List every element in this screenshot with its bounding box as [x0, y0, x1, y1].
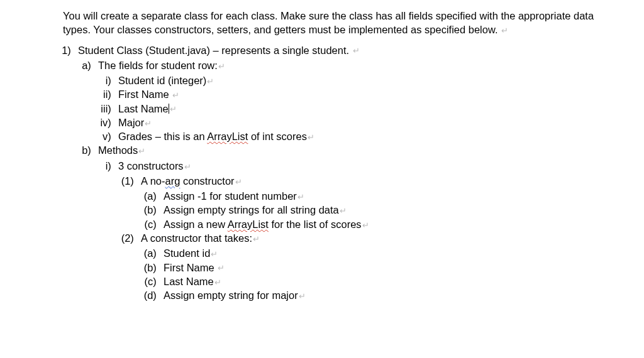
paragraph-mark-icon: ↵: [170, 104, 177, 114]
intro-text: You will create a separate class for eac…: [63, 10, 594, 35]
ctor1-b-text: Assign empty strings for all string data: [164, 204, 339, 215]
field-grades-word: ArrayList: [207, 131, 248, 142]
ctor1-b: Assign empty strings for all string data…: [162, 203, 628, 217]
item-1-student-class: Student Class (Student.java) – represent…: [77, 43, 628, 303]
field-first-name-text: First Name: [118, 89, 172, 100]
paragraph-mark-icon: ↵: [340, 206, 347, 215]
paragraph-mark-icon: ↵: [207, 77, 214, 86]
ctor-noarg-post: constructor: [180, 175, 234, 187]
ctor1-c-post: for the list of scores: [269, 219, 362, 230]
ctor-noarg-word: arg: [165, 175, 180, 187]
item-1a-label: The fields for student row:: [98, 60, 218, 71]
paragraph-mark-icon: ↵: [501, 26, 508, 35]
item-1b-label: Methods: [98, 144, 138, 156]
field-major-text: Major: [118, 117, 144, 128]
field-student-id: Student id (integer)↵: [117, 73, 628, 87]
paragraph-mark-icon: ↵: [235, 177, 242, 187]
paragraph-mark-icon: ↵: [145, 119, 152, 128]
field-first-name: First Name ↵: [117, 87, 628, 101]
item-1-text: Student Class (Student.java) – represent…: [78, 45, 352, 56]
fields-list: Student id (integer)↵ First Name ↵ Last …: [98, 73, 628, 143]
paragraph-mark-icon: ↵: [297, 192, 304, 202]
methods-list: 3 constructors↵ A no-arg constructor↵ As…: [98, 159, 628, 303]
ctor1-a-text: Assign -1 for student number: [164, 190, 297, 202]
paragraph-mark-icon: ↵: [362, 220, 369, 230]
paragraph-mark-icon: ↵: [138, 146, 145, 156]
ctor-params-label: A constructor that takes:: [141, 232, 252, 244]
paragraph-mark-icon: ↵: [353, 46, 360, 55]
intro-paragraph: You will create a separate class for eac…: [63, 9, 628, 37]
ctor-params-steps: Student id↵ First Name ↵ Last Name↵ Assi…: [141, 246, 628, 302]
field-last-name-text: Last Name: [118, 103, 169, 114]
paragraph-mark-icon: ↵: [211, 249, 218, 259]
field-major: Major↵: [117, 116, 628, 129]
document-page: You will create a separate class for eac…: [0, 0, 644, 302]
ctor2-d: Assign empty string for major↵: [162, 288, 628, 302]
paragraph-mark-icon: ↵: [218, 263, 225, 273]
paragraph-mark-icon: ↵: [184, 162, 191, 171]
ctor2-a-text: Student id: [164, 247, 210, 259]
ctor-noarg: A no-arg constructor↵ Assign -1 for stud…: [140, 174, 628, 231]
field-last-name: Last Name↵: [117, 102, 628, 116]
ctor2-b-text: First Name: [164, 262, 217, 273]
ctor-noarg-pre: A no-: [141, 175, 165, 187]
paragraph-mark-icon: ↵: [308, 133, 314, 142]
ctor-noarg-steps: Assign -1 for student number↵ Assign emp…: [141, 189, 628, 231]
ctor2-c-text: Last Name: [164, 276, 214, 287]
paragraph-mark-icon: ↵: [172, 90, 179, 100]
text-cursor-icon: [169, 104, 169, 114]
method-constructors: 3 constructors↵ A no-arg constructor↵ As…: [117, 159, 628, 303]
constructors-list: A no-arg constructor↵ Assign -1 for stud…: [118, 174, 628, 302]
item-1b-methods: Methods↵ 3 constructors↵ A no-arg constr…: [97, 143, 628, 302]
ctor1-c-word: ArrayList: [228, 219, 269, 230]
method-constructors-label: 3 constructors: [118, 160, 184, 171]
field-student-id-text: Student id (integer): [118, 75, 206, 86]
top-list: Student Class (Student.java) – represent…: [63, 43, 628, 303]
ctor2-d-text: Assign empty string for major: [164, 290, 298, 301]
paragraph-mark-icon: ↵: [214, 278, 221, 287]
paragraph-mark-icon: ↵: [299, 291, 306, 301]
paragraph-mark-icon: ↵: [253, 234, 260, 244]
ctor2-a: Student id↵: [162, 246, 628, 260]
ctor-params: A constructor that takes:↵ Student id↵ F…: [140, 231, 628, 302]
ctor2-b: First Name ↵: [162, 261, 628, 274]
field-grades-pre: Grades – this is an: [118, 131, 207, 142]
ctor1-c-pre: Assign a new: [164, 219, 228, 230]
item-1a-fields: The fields for student row:↵ Student id …: [97, 58, 628, 144]
field-grades-post: of int scores: [248, 131, 307, 142]
ctor2-c: Last Name↵: [162, 274, 628, 288]
ctor1-a: Assign -1 for student number↵: [162, 189, 628, 203]
item-1-sublist: The fields for student row:↵ Student id …: [78, 58, 628, 303]
field-grades: Grades – this is an ArrayList of int sco…: [117, 129, 628, 143]
paragraph-mark-icon: ↵: [218, 62, 225, 71]
ctor1-c: Assign a new ArrayList for the list of s…: [162, 217, 628, 231]
